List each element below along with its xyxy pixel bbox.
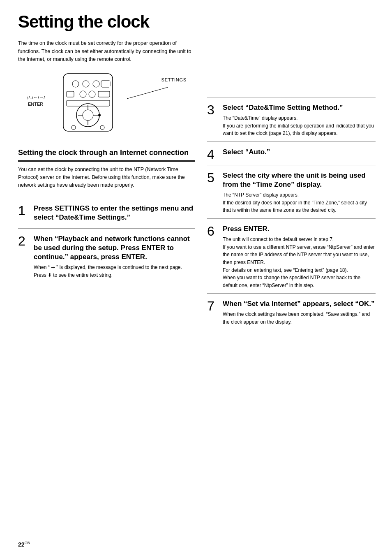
step-7-desc: When the clock settings have been comple… xyxy=(223,310,376,326)
step-3: 3 Select “Date&Time Setting Method.” The… xyxy=(207,97,376,141)
step-6: 6 Press ENTER. The unit will connect to … xyxy=(207,218,376,293)
settings-label: SETTINGS xyxy=(161,77,187,82)
step-2-number: 2 xyxy=(18,234,28,248)
svg-rect-8 xyxy=(98,91,110,97)
svg-point-2 xyxy=(83,81,89,87)
right-column: 3 Select “Date&Time Setting Method.” The… xyxy=(207,39,376,330)
step-4-number: 4 xyxy=(207,148,217,161)
step-6-number: 6 xyxy=(207,225,217,238)
step-7: 7 When “Set via Internet” appears, selec… xyxy=(207,293,376,330)
step-7-title: When “Set via Internet” appears, select … xyxy=(223,299,376,308)
svg-line-19 xyxy=(127,87,168,99)
svg-point-6 xyxy=(80,91,86,97)
svg-rect-9 xyxy=(67,100,110,106)
step-6-content: Press ENTER. The unit will connect to th… xyxy=(223,225,376,289)
step-4: 4 Select “Auto.” xyxy=(207,141,376,165)
svg-point-18 xyxy=(100,125,104,130)
step-2-desc: When “ ➞ ” is displayed, the message is … xyxy=(34,264,195,279)
left-column: The time on the clock must be set correc… xyxy=(18,39,195,330)
step-7-number: 7 xyxy=(207,299,217,313)
enter-label: ↑/↓/←/→/ENTER xyxy=(26,95,45,107)
step-3-content: Select “Date&Time Setting Method.” The “… xyxy=(223,103,376,137)
svg-point-1 xyxy=(72,81,79,87)
step-2-content: When “Playback and network functions can… xyxy=(34,234,195,279)
step-7-content: When “Set via Internet” appears, select … xyxy=(223,299,376,326)
step-6-title: Press ENTER. xyxy=(223,225,376,234)
step-3-number: 3 xyxy=(207,103,217,116)
svg-point-7 xyxy=(89,91,95,97)
section-heading: Setting the clock through an Internet co… xyxy=(18,148,195,161)
svg-point-17 xyxy=(71,125,76,130)
page-title: Setting the clock xyxy=(18,12,376,31)
step-3-desc: The “Date&Time” display appears.If you a… xyxy=(223,114,376,137)
section-intro: You can set the clock by connecting the … xyxy=(18,166,195,190)
remote-diagram: ↑/↓/←/→/ENTER xyxy=(26,70,195,136)
step-5-number: 5 xyxy=(207,171,217,184)
page-number: 22GB xyxy=(18,541,30,548)
step-1-number: 1 xyxy=(18,204,28,217)
step-4-title: Select “Auto.” xyxy=(223,148,376,157)
intro-text: The time on the clock must be set correc… xyxy=(18,39,195,63)
svg-rect-5 xyxy=(67,91,74,97)
step-1: 1 Press SETTINGS to enter the settings m… xyxy=(18,198,195,228)
svg-rect-4 xyxy=(101,81,110,87)
step-5-title: Select the city where the unit is being … xyxy=(223,171,376,189)
page: Setting the clock The time on the clock … xyxy=(0,0,392,556)
svg-point-3 xyxy=(93,81,99,87)
step-3-title: Select “Date&Time Setting Method.” xyxy=(223,103,376,112)
step-1-title: Press SETTINGS to enter the settings men… xyxy=(34,204,195,222)
step-2-title: When “Playback and network functions can… xyxy=(34,234,195,262)
step-2: 2 When “Playback and network functions c… xyxy=(18,228,195,283)
step-5-content: Select the city where the unit is being … xyxy=(223,171,376,214)
step-5-desc: The “NTP Server” display appears.If the … xyxy=(223,191,376,214)
step-1-content: Press SETTINGS to enter the settings men… xyxy=(34,204,195,224)
step-4-content: Select “Auto.” xyxy=(223,148,376,159)
svg-point-16 xyxy=(98,114,101,116)
step-5: 5 Select the city where the unit is bein… xyxy=(207,165,376,218)
remote-illustration xyxy=(51,72,133,134)
step-6-desc: The unit will connect to the default ser… xyxy=(223,236,376,289)
svg-point-11 xyxy=(83,110,93,120)
